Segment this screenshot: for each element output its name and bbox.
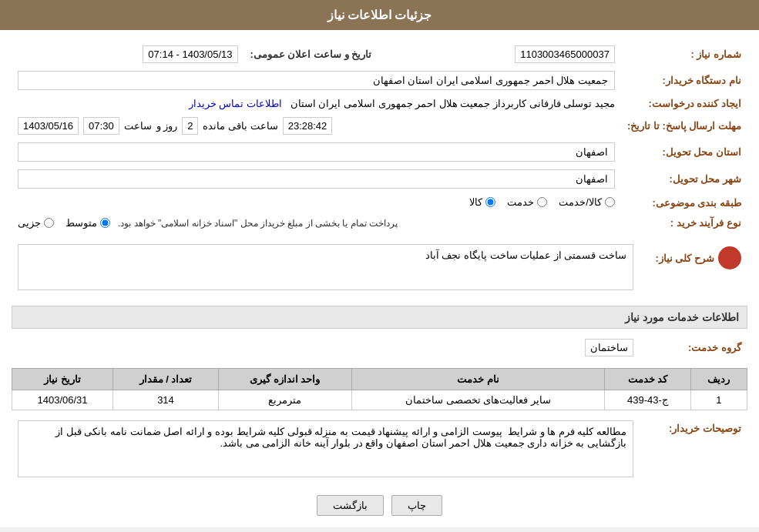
col-nam: نام خدمت — [351, 369, 604, 390]
ostan-box: اصفهان — [18, 142, 615, 162]
noe-farayand-radio-group: متوسط جزیی — [18, 217, 110, 229]
table-cell-kodKhedmat: ج-43-439 — [605, 390, 690, 410]
info-table: شماره نیاز : 1103003465000037 تاریخ و سا… — [12, 42, 747, 233]
sharh-koli-label-container: شرح کلی نیاز: — [646, 246, 741, 269]
sharh-koli-value-cell — [12, 240, 640, 296]
table-cell-tarikh: 1403/06/31 — [12, 390, 113, 410]
table-row: 1ج-43-439سایر فعالیت‌های تخصصی ساختمانمت… — [12, 390, 747, 410]
tosih-table: توصیحات خریدار: — [12, 417, 747, 483]
grohe-khedmat-row: گروه خدمت: ساختمان — [12, 335, 747, 360]
main-content: شماره نیاز : 1103003465000037 تاریخ و سا… — [0, 30, 759, 527]
col-radif: ردیف — [690, 369, 747, 390]
table-row: استان محل تحویل: اصفهان — [12, 139, 747, 166]
noe-farayand-value-cell: پرداخت تمام یا بخشی از مبلغ خریداز محل "… — [12, 213, 621, 233]
tosih-textarea[interactable] — [18, 420, 633, 477]
tabaqe-radio-group: کالا/خدمت خدمت کالا — [469, 196, 615, 208]
grohe-khedmat-table: گروه خدمت: ساختمان — [12, 335, 747, 360]
chap-button[interactable]: چاپ — [391, 495, 442, 516]
col-tarikh: تاریخ نیاز — [12, 369, 113, 390]
ostan-value-cell: اصفهان — [12, 139, 621, 166]
tarikh-box: 1403/05/13 - 07:14 — [143, 45, 237, 63]
roz-label: روز و — [156, 120, 178, 132]
radio-kala-label: کالا — [469, 196, 482, 208]
tarikh-label: تاریخ و ساعت اعلان عمومی: — [244, 42, 378, 67]
shomare-niaz-value-cell: 1103003465000037 — [378, 42, 621, 67]
table-row: شماره نیاز : 1103003465000037 تاریخ و سا… — [12, 42, 747, 67]
radio-kala-khedmat[interactable] — [605, 197, 615, 207]
shomare-niaz-label: شماره نیاز : — [621, 42, 747, 67]
mohlat-label: مهلت ارسال پاسخ: تا تاریخ: — [621, 113, 747, 139]
services-table-body: 1ج-43-439سایر فعالیت‌های تخصصی ساختمانمت… — [12, 390, 747, 410]
radio-motavasset-label: متوسط — [65, 217, 97, 229]
grohe-khedmat-label: گروه خدمت: — [640, 335, 747, 360]
sharh-koli-textarea[interactable] — [18, 244, 633, 290]
khadamat-section-title: اطلاعات خدمات مورد نیاز — [625, 311, 739, 323]
noe-farayand-note: پرداخت تمام یا بخشی از مبلغ خریداز محل "… — [118, 218, 398, 229]
grohe-khedmat-value-cell: ساختمان — [12, 335, 640, 360]
col-tedad: تعداد / مقدار — [113, 369, 219, 390]
saat-box: 07:30 — [83, 117, 119, 135]
services-table-head: ردیف کد خدمت نام خدمت واحد اندازه گیری ت… — [12, 369, 747, 390]
shahr-label: شهر محل تحویل: — [621, 166, 747, 192]
ijad-label: ایجاد کننده درخواست: — [621, 94, 747, 113]
table-header-row: ردیف کد خدمت نام خدمت واحد اندازه گیری ت… — [12, 369, 747, 390]
table-row: شهر محل تحویل: اصفهان — [12, 166, 747, 192]
sharh-koli-table: شرح کلی نیاز: — [12, 240, 747, 296]
radio-item-khedmat: خدمت — [507, 196, 547, 208]
radio-item-kala-khedmat: کالا/خدمت — [559, 196, 615, 208]
radio-motavasset[interactable] — [100, 218, 110, 228]
mohlat-row: 23:28:42 ساعت باقی مانده 2 روز و ساعت 07… — [18, 117, 615, 135]
ostan-label: استان محل تحویل: — [621, 139, 747, 166]
saat-label: ساعت — [124, 120, 152, 132]
table-cell-vahed: مترمربع — [218, 390, 351, 410]
tabaqe-label: طبقه بندی موضوعی: — [621, 192, 747, 213]
date-box: 1403/05/16 — [18, 117, 79, 135]
table-row: مهلت ارسال پاسخ: تا تاریخ: 23:28:42 ساعت… — [12, 113, 747, 139]
page-header: جزئیات اطلاعات نیاز — [0, 0, 759, 30]
radio-item-motavasset: متوسط — [65, 217, 110, 229]
col-kod: کد خدمت — [605, 369, 690, 390]
button-group: چاپ بازگشت — [12, 495, 747, 516]
sharh-icon — [718, 246, 741, 269]
ijad-value-cell: مجید توسلی فارفانی کاربرداز جمعیت هلال ا… — [12, 94, 621, 113]
table-row: نوع فرآیند خرید : پرداخت تمام یا بخشی از… — [12, 213, 747, 233]
noe-farayand-label: نوع فرآیند خرید : — [621, 213, 747, 233]
table-row: طبقه بندی موضوعی: کالا/خدمت خدمت — [12, 192, 747, 213]
table-row: نام دستگاه خریدار: جمعیت هلال احمر جمهور… — [12, 67, 747, 94]
tosih-value-cell — [12, 417, 640, 483]
roz-box: 2 — [182, 117, 198, 135]
tosih-label: توصیحات خریدار: — [640, 417, 747, 483]
page-wrapper: جزئیات اطلاعات نیاز شماره نیاز : 1103003… — [0, 0, 759, 527]
services-table: ردیف کد خدمت نام خدمت واحد اندازه گیری ت… — [12, 368, 747, 410]
radio-khedmat-label: خدمت — [507, 196, 534, 208]
radio-khedmat[interactable] — [537, 197, 547, 207]
table-cell-tedad: 314 — [113, 390, 219, 410]
sharh-koli-row: شرح کلی نیاز: — [12, 240, 747, 296]
tarikh-value-cell: 1403/05/13 - 07:14 — [12, 42, 244, 67]
shahr-box: اصفهان — [18, 169, 615, 189]
nam-dastgah-value-cell: جمعیت هلال احمر جمهوری اسلامی ایران استا… — [12, 67, 621, 94]
tosih-row: توصیحات خریدار: — [12, 417, 747, 483]
radio-item-kala: کالا — [469, 196, 495, 208]
shahr-value-cell: اصفهان — [12, 166, 621, 192]
remaining-box: 23:28:42 — [283, 117, 333, 135]
radio-kala[interactable] — [485, 197, 495, 207]
remaining-label: ساعت باقی مانده — [203, 120, 277, 132]
khadamat-section-header: اطلاعات خدمات مورد نیاز — [12, 306, 747, 329]
ijad-value: مجید توسلی فارفانی کاربرداز جمعیت هلال ا… — [291, 98, 615, 109]
ijad-link[interactable]: اطلاعات تماس خریدار — [189, 98, 282, 109]
col-vahed: واحد اندازه گیری — [218, 369, 351, 390]
bazgasht-button[interactable]: بازگشت — [317, 495, 384, 516]
shomare-niaz-box: 1103003465000037 — [515, 45, 615, 63]
noe-farayand-container: پرداخت تمام یا بخشی از مبلغ خریداز محل "… — [18, 217, 615, 229]
radio-jozi-label: جزیی — [18, 217, 41, 229]
table-cell-radif: 1 — [690, 390, 747, 410]
table-cell-namKhedmat: سایر فعالیت‌های تخصصی ساختمان — [351, 390, 604, 410]
sharh-koli-label-text: شرح کلی نیاز: — [655, 253, 714, 264]
grohe-khedmat-box: ساختمان — [585, 339, 633, 356]
nam-dastgah-label: نام دستگاه خریدار: — [621, 67, 747, 94]
page-title: جزئیات اطلاعات نیاز — [327, 8, 432, 22]
sharh-koli-label: شرح کلی نیاز: — [640, 240, 747, 296]
radio-jozi[interactable] — [44, 218, 54, 228]
radio-item-jozi: جزیی — [18, 217, 54, 229]
